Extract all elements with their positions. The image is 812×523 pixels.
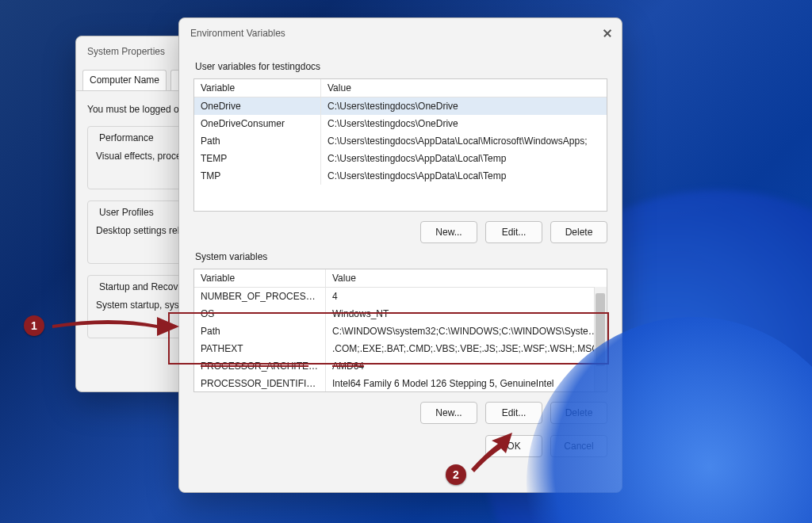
user-vars-list[interactable]: Variable Value OneDriveC:\Users\testingd… [193, 78, 607, 212]
envvars-title: Environment Variables [190, 28, 285, 39]
table-row[interactable]: TEMPC:\Users\testingdocs\AppData\Local\T… [194, 150, 607, 167]
col-value[interactable]: Value [321, 79, 607, 97]
cell-value: C:\Users\testingdocs\AppData\Local\Temp [321, 150, 607, 167]
col-variable-sys[interactable]: Variable [194, 269, 326, 287]
table-row[interactable]: OneDriveConsumerC:\Users\testingdocs\One… [194, 115, 607, 132]
cell-variable: PROCESSOR_IDENTIFIER [194, 375, 326, 392]
user-vars-label: User variables for testingdocs [195, 61, 607, 72]
system-vars-buttons: New... Edit... Delete [193, 402, 607, 424]
user-new-button[interactable]: New... [420, 221, 477, 243]
cell-value: C:\Users\testingdocs\OneDrive [321, 115, 607, 132]
ok-button[interactable]: OK [485, 435, 542, 457]
cell-variable: Path [194, 132, 321, 150]
col-value-sys[interactable]: Value [326, 269, 607, 287]
cell-variable: OneDrive [194, 97, 321, 115]
cell-value: C:\Users\testingdocs\AppData\Local\Micro… [321, 132, 607, 150]
cell-value: C:\Users\testingdocs\AppData\Local\Temp [321, 167, 607, 185]
cancel-button[interactable]: Cancel [550, 435, 607, 457]
table-row[interactable]: NUMBER_OF_PROCESSORS4 [194, 288, 607, 305]
sysprops-title: System Properties [87, 46, 165, 57]
system-new-button[interactable]: New... [420, 402, 477, 424]
performance-title: Performance [96, 132, 157, 143]
system-vars-header: Variable Value [194, 269, 607, 288]
user-delete-button[interactable]: Delete [550, 221, 607, 243]
col-variable[interactable]: Variable [194, 79, 321, 97]
environment-variables-window: Environment Variables User variables for… [178, 17, 622, 493]
cell-value: 4 [326, 288, 607, 305]
annotation-highlight-box [168, 312, 609, 365]
user-edit-button[interactable]: Edit... [485, 221, 542, 243]
system-delete-button[interactable]: Delete [550, 402, 607, 424]
envvars-titlebar: Environment Variables [179, 18, 622, 48]
table-row[interactable]: TMPC:\Users\testingdocs\AppData\Local\Te… [194, 167, 607, 185]
user-vars-buttons: New... Edit... Delete [193, 221, 607, 243]
user-vars-header: Variable Value [194, 79, 607, 97]
cell-variable: TMP [194, 167, 321, 185]
cell-variable: TEMP [194, 150, 321, 167]
cell-variable: NUMBER_OF_PROCESSORS [194, 288, 326, 305]
dialog-buttons: OK Cancel [193, 435, 607, 457]
cell-value: C:\Users\testingdocs\OneDrive [321, 97, 607, 115]
cell-variable: OneDriveConsumer [194, 115, 321, 132]
table-row[interactable]: PROCESSOR_IDENTIFIERIntel64 Family 6 Mod… [194, 375, 607, 392]
cell-value: Intel64 Family 6 Model 126 Stepping 5, G… [326, 375, 607, 392]
system-vars-label: System variables [195, 251, 607, 262]
table-row[interactable]: OneDriveC:\Users\testingdocs\OneDrive [194, 97, 607, 115]
system-edit-button[interactable]: Edit... [485, 402, 542, 424]
table-row[interactable]: PathC:\Users\testingdocs\AppData\Local\M… [194, 132, 607, 150]
tab-computer-name[interactable]: Computer Name [82, 70, 167, 90]
annotation-badge-1: 1 [24, 315, 44, 336]
close-icon[interactable] [601, 27, 614, 40]
user-profiles-title: User Profiles [96, 207, 157, 218]
